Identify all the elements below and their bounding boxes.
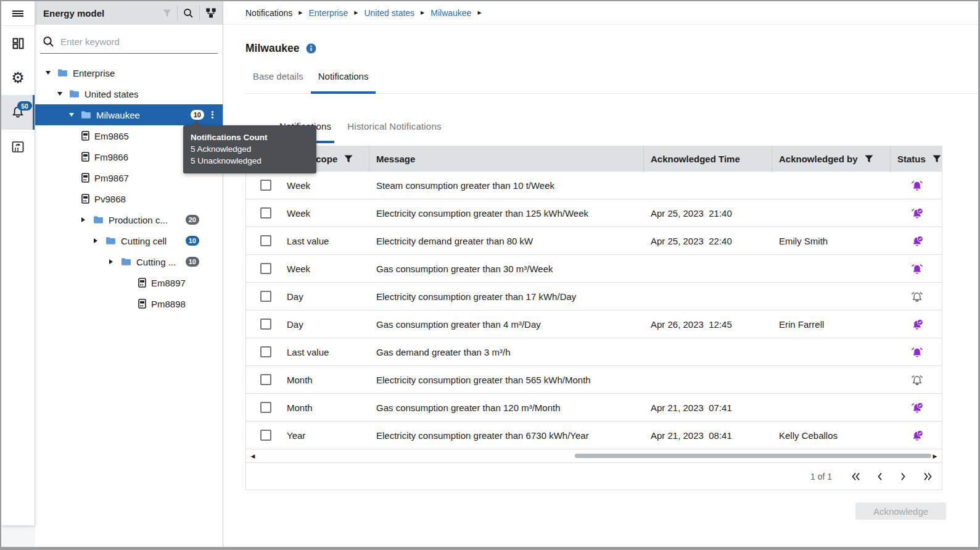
hierarchy-icon[interactable] <box>205 7 216 19</box>
row-checkbox[interactable] <box>260 291 271 302</box>
column-header-message: Message <box>369 146 644 172</box>
row-checkbox[interactable] <box>260 319 271 330</box>
message-cell: Steam consumption greater than 10 t/Week <box>369 180 644 191</box>
acknowledge-button[interactable]: Acknowledge <box>855 502 946 520</box>
notification-row[interactable]: WeekSteam consumption greater than 10 t/… <box>246 172 942 199</box>
status-bell-ringing-icon <box>911 180 923 191</box>
scrollbar-thumb[interactable] <box>575 454 931 458</box>
notification-count-badge: 10 <box>191 110 204 120</box>
status-cell <box>891 430 943 441</box>
row-checkbox[interactable] <box>260 207 271 219</box>
rail-item-dashboard[interactable] <box>1 26 35 60</box>
status-cell <box>891 235 943 247</box>
first-page-button[interactable] <box>847 469 863 485</box>
caret-right-icon[interactable] <box>81 217 85 222</box>
filter-icon[interactable] <box>163 9 171 17</box>
row-checkbox[interactable] <box>260 402 271 413</box>
notification-row[interactable]: WeekElectricity consumption greater than… <box>246 199 942 227</box>
breadcrumb-item: Notifications <box>245 8 292 18</box>
breadcrumb-item[interactable]: United states <box>364 8 414 18</box>
tab-notifications[interactable]: Notifications <box>311 71 376 93</box>
info-icon[interactable] <box>306 43 316 54</box>
energy-model-panel: Energy model EnterpriseUnited st <box>35 1 223 547</box>
column-header-acknowledged-by: Acknowledged by <box>772 146 891 172</box>
search-input[interactable] <box>60 36 216 47</box>
tree-node-united-states[interactable]: United states <box>35 83 223 104</box>
app-window: ⚙50 Energy model <box>1 1 978 547</box>
notification-row[interactable]: Last valueElectricity demand greater tha… <box>246 227 942 255</box>
scroll-left-arrow[interactable]: ◀ <box>246 453 260 459</box>
time-scope-cell: Year <box>280 430 369 441</box>
time-scope-cell: Month <box>280 402 369 413</box>
rail-item-notifications[interactable]: 50 <box>1 95 35 130</box>
last-page-button[interactable] <box>920 469 936 485</box>
row-checkbox[interactable] <box>260 430 271 441</box>
acknowledged-time-cell: Apr 25, 2023 22:40 <box>644 236 772 246</box>
tree-node-production-c-[interactable]: Production c...20 <box>35 209 223 230</box>
panel-title: Energy model <box>43 8 163 19</box>
notifications-table: Time scopeMessageAcknowledged TimeAcknow… <box>245 146 942 490</box>
folder-icon <box>93 215 104 224</box>
meter-device-icon <box>81 194 89 204</box>
folder-icon <box>81 110 91 119</box>
rail-item-energy-meter[interactable] <box>1 130 35 164</box>
filter-funnel-icon[interactable] <box>865 155 873 163</box>
row-checkbox[interactable] <box>260 180 271 191</box>
tree-node-cutting-[interactable]: Cutting ...10 <box>35 251 223 272</box>
meter-device-icon <box>138 299 146 309</box>
breadcrumb: Notifications▶Enterprise▶United states▶M… <box>223 1 978 25</box>
message-cell: Electricity consumption greater than 565… <box>369 375 644 385</box>
caret-down-icon[interactable] <box>46 71 51 75</box>
status-bell-inactive-icon <box>911 374 923 386</box>
notification-row[interactable]: MonthElectricity consumption greater tha… <box>246 366 942 394</box>
row-checkbox[interactable] <box>260 263 271 274</box>
breadcrumb-item[interactable]: Milwaukee <box>430 8 471 18</box>
subtab-historical-notifications[interactable]: Historical Notifications <box>344 121 444 143</box>
notification-row[interactable]: WeekGas consumption greater than 30 m³/W… <box>246 255 942 283</box>
caret-right-icon[interactable] <box>94 238 97 243</box>
status-bell-ringing-icon <box>911 263 923 275</box>
previous-page-button[interactable] <box>871 469 887 485</box>
subtab-strip: NotificationsHistorical Notifications <box>245 121 978 143</box>
notification-row[interactable]: YearElectricity consumption greater than… <box>246 422 942 449</box>
caret-down-icon[interactable] <box>57 92 62 96</box>
search-icon <box>43 36 54 48</box>
filter-funnel-icon[interactable] <box>933 155 941 163</box>
tree-node-pm8898[interactable]: Pm8898 <box>35 293 223 314</box>
scroll-right-arrow[interactable]: ▶ <box>928 453 942 459</box>
status-cell <box>891 180 943 191</box>
notification-row[interactable]: DayElectricity consumption greater than … <box>246 283 942 310</box>
search-icon[interactable] <box>183 8 194 19</box>
tree-node-enterprise[interactable]: Enterprise <box>35 62 223 83</box>
tree-node-label: Milwaukee <box>96 110 140 120</box>
tab-base-details[interactable]: Base details <box>245 71 311 93</box>
gear-icon: ⚙ <box>11 70 25 85</box>
node-menu-icon[interactable]: ⋮ <box>208 109 216 120</box>
filter-funnel-icon <box>933 155 941 163</box>
tab-strip: Base detailsNotifications <box>245 71 978 94</box>
hamburger-menu-button[interactable] <box>1 1 35 26</box>
notification-count-badge: 10 <box>186 236 199 246</box>
row-checkbox[interactable] <box>260 346 271 357</box>
hamburger-icon <box>12 9 23 18</box>
status-cell <box>891 319 943 330</box>
breadcrumb-item[interactable]: Enterprise <box>308 8 348 18</box>
tree-node-em8897[interactable]: Em8897 <box>35 272 223 293</box>
tree-node-pv9868[interactable]: Pv9868 <box>35 188 223 209</box>
notification-row[interactable]: MonthGas consumption greater than 120 m³… <box>246 394 942 422</box>
row-checkbox[interactable] <box>260 374 271 385</box>
energy-model-tree: EnterpriseUnited statesMilwaukee10⋮Em986… <box>35 62 223 314</box>
tree-node-cutting-cell[interactable]: Cutting cell10 <box>35 230 223 251</box>
caret-down-icon[interactable] <box>69 113 74 117</box>
divider <box>177 6 178 20</box>
row-checkbox[interactable] <box>260 235 271 246</box>
rail-item-settings[interactable]: ⚙ <box>1 60 35 95</box>
next-page-button[interactable] <box>896 469 912 485</box>
caret-right-icon[interactable] <box>109 259 113 264</box>
time-scope-cell: Last value <box>280 236 369 246</box>
tree-node-label: Enterprise <box>73 68 115 78</box>
energy-model-header: Energy model <box>35 1 223 25</box>
notification-row[interactable]: Last valueGas demand greater than 3 m³/h <box>246 338 942 366</box>
filter-funnel-icon[interactable] <box>344 155 353 163</box>
notification-row[interactable]: DayGas consumption greater than 4 m³/Day… <box>246 310 942 338</box>
